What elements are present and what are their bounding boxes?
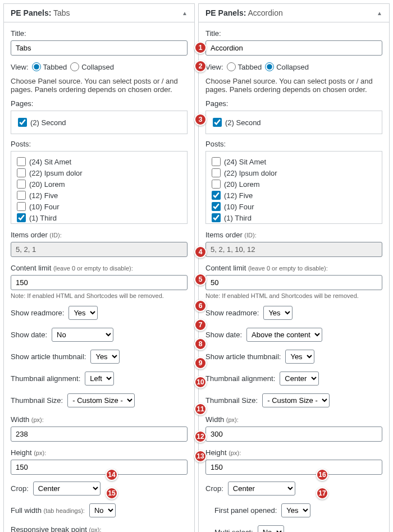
multi-select[interactable]: No xyxy=(258,525,284,532)
list-item[interactable]: (22) Ipsum dolor xyxy=(212,167,376,178)
annotation-marker: 2 xyxy=(194,60,207,72)
title-input[interactable] xyxy=(205,40,382,56)
date-label: Show date: xyxy=(11,331,47,339)
thumb-label: Show article thumbnail: xyxy=(205,352,281,361)
height-input[interactable] xyxy=(205,460,382,475)
list-item[interactable]: (20) Lorem xyxy=(17,178,181,190)
list-item[interactable]: (1) Third xyxy=(212,212,376,223)
list-item[interactable]: (22) Ipsum dolor xyxy=(17,167,181,178)
view-collapsed-radio[interactable] xyxy=(265,62,274,71)
annotation-marker: 9 xyxy=(194,357,207,369)
align-label: Thumbnail alignment: xyxy=(11,374,80,383)
size-select[interactable]: - Custom Size - xyxy=(262,393,330,407)
limit-note: Note: If enabled HTML and Shortcodes wil… xyxy=(205,292,382,299)
pages-box: (2) Second xyxy=(205,111,382,134)
annotation-marker: 3 xyxy=(194,113,207,126)
pages-label: Pages: xyxy=(11,99,188,108)
annotation-marker: 12 xyxy=(194,430,207,443)
align-select[interactable]: Center xyxy=(280,372,319,386)
annotation-marker: 13 xyxy=(194,450,207,462)
height-input[interactable] xyxy=(11,460,188,475)
crop-label: Crop: xyxy=(205,484,223,493)
panel-header: PE Panels: Accordion ▲ xyxy=(199,4,389,22)
date-select[interactable]: No xyxy=(52,328,113,342)
checkbox[interactable] xyxy=(18,118,27,127)
view-tabbed-radio[interactable] xyxy=(227,62,236,71)
view-collapsed-option[interactable]: Collapsed xyxy=(70,62,114,71)
checkbox[interactable] xyxy=(17,168,26,177)
view-label: View: xyxy=(205,63,223,71)
crop-label: Crop: xyxy=(11,484,29,493)
readmore-label: Show readmore: xyxy=(205,309,259,317)
readmore-select[interactable]: Yes xyxy=(68,306,98,320)
width-input[interactable] xyxy=(205,426,382,442)
checkbox[interactable] xyxy=(212,157,221,166)
order-input xyxy=(11,242,188,257)
list-item[interactable]: (2) Second xyxy=(213,118,375,127)
annotation-marker: 7 xyxy=(194,319,207,331)
align-select[interactable]: Left xyxy=(85,372,114,386)
annotation-marker: 10 xyxy=(194,376,207,388)
checkbox[interactable] xyxy=(213,118,222,127)
list-item[interactable]: (5) First xyxy=(17,223,181,224)
checkbox[interactable] xyxy=(17,213,26,222)
title-input[interactable] xyxy=(11,40,188,56)
width-input[interactable] xyxy=(11,426,188,442)
panel-title-prefix: PE Panels: xyxy=(11,8,51,17)
checkbox[interactable] xyxy=(212,213,221,222)
limit-input[interactable] xyxy=(205,275,382,290)
panel-tabs: PE Panels: Tabs ▲ Title: View: Tabbed Co… xyxy=(3,3,195,532)
checkbox[interactable] xyxy=(17,191,26,200)
multi-label: Multi select: xyxy=(214,528,253,532)
list-item[interactable]: (5) First xyxy=(212,223,376,224)
date-select[interactable]: Above the content xyxy=(246,328,322,342)
list-item[interactable]: (1) Third xyxy=(17,212,181,223)
firstpanel-label: First panel opened: xyxy=(214,506,277,515)
list-item[interactable]: (10) Four xyxy=(212,201,376,212)
readmore-select[interactable]: Yes xyxy=(263,306,293,320)
height-label: Height (px): xyxy=(205,448,382,457)
checkbox[interactable] xyxy=(212,191,221,200)
list-item[interactable]: (2) Second xyxy=(18,118,180,127)
view-tabbed-option[interactable]: Tabbed xyxy=(32,62,67,71)
firstpanel-select[interactable]: Yes xyxy=(281,503,310,517)
checkbox[interactable] xyxy=(17,157,26,166)
panel-header: PE Panels: Tabs ▲ xyxy=(4,4,194,22)
annotation-marker: 16 xyxy=(316,469,328,481)
posts-label: Posts: xyxy=(11,140,188,148)
list-item[interactable]: (24) Sit Amet xyxy=(212,156,376,167)
posts-scrollbox[interactable]: (24) Sit Amet(22) Ipsum dolor(20) Lorem(… xyxy=(205,151,382,224)
order-input xyxy=(205,242,382,257)
limit-input[interactable] xyxy=(11,275,188,290)
view-label: View: xyxy=(11,63,29,71)
thumb-select[interactable]: Yes xyxy=(285,350,314,364)
list-item[interactable]: (12) Five xyxy=(17,190,181,201)
crop-select[interactable]: Center xyxy=(33,481,100,496)
annotation-marker: 5 xyxy=(194,273,207,286)
collapse-icon[interactable]: ▲ xyxy=(377,10,382,16)
size-select[interactable]: - Custom Size - xyxy=(67,393,135,407)
crop-select[interactable]: Center xyxy=(228,481,295,496)
checkbox[interactable] xyxy=(17,180,26,189)
view-tabbed-radio[interactable] xyxy=(32,62,41,71)
collapse-icon[interactable]: ▲ xyxy=(182,10,188,16)
view-tabbed-option[interactable]: Tabbed xyxy=(227,62,262,71)
list-item[interactable]: (12) Five xyxy=(212,190,376,201)
checkbox[interactable] xyxy=(212,168,221,177)
annotation-marker: 15 xyxy=(106,487,118,499)
fullwidth-select[interactable]: No xyxy=(89,503,116,517)
checkbox[interactable] xyxy=(17,202,26,211)
thumb-label: Show article thumbnail: xyxy=(11,352,86,361)
view-collapsed-option[interactable]: Collapsed xyxy=(265,62,309,71)
posts-scrollbox[interactable]: (24) Sit Amet(22) Ipsum dolor(20) Lorem(… xyxy=(11,151,188,224)
annotation-marker: 4 xyxy=(194,246,207,258)
view-collapsed-radio[interactable] xyxy=(70,62,79,71)
annotation-marker: 14 xyxy=(106,469,118,481)
list-item[interactable]: (10) Four xyxy=(17,201,181,212)
checkbox[interactable] xyxy=(212,180,221,189)
checkbox[interactable] xyxy=(212,202,221,211)
thumb-select[interactable]: Yes xyxy=(90,350,120,364)
fullwidth-label: Full width (tab headings): xyxy=(11,506,85,515)
list-item[interactable]: (20) Lorem xyxy=(212,178,376,190)
list-item[interactable]: (24) Sit Amet xyxy=(17,156,181,167)
